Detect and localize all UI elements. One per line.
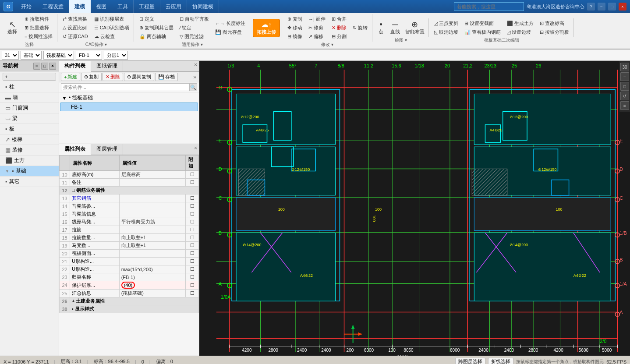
prop-value[interactable]: max(15*d,200) (119, 265, 185, 273)
extend-btn[interactable]: →|延伸 (306, 15, 328, 23)
addon-checkbox[interactable]: ☐ (186, 250, 199, 258)
upload-btn[interactable]: ☁↑ 拓接上传 (253, 19, 280, 37)
point-btn[interactable]: • 点 (375, 19, 387, 36)
category-select[interactable]: 基础 (21, 51, 42, 60)
props-row-23[interactable]: 23 归类名称 (FB-1) ☐ (60, 273, 199, 281)
delete-comp-btn[interactable]: ✕ 删除 (103, 73, 123, 81)
tab-view[interactable]: 视图 (91, 0, 112, 13)
element-select[interactable]: FB-1 (76, 51, 102, 60)
props-row-24[interactable]: 24 保护层厚... (40) ☐ (60, 281, 199, 290)
save-elements-btn[interactable]: 💾图元存盘 (212, 28, 248, 36)
addon-checkbox[interactable]: ☐ (186, 242, 199, 250)
three-point-slope-btn[interactable]: ◿三点变斜 (432, 19, 461, 28)
new-comp-btn[interactable]: + 新建 (61, 73, 80, 81)
copy-to-floor-btn[interactable]: ⊕复制到其它层 (137, 24, 176, 32)
prop-value[interactable]: (40) (119, 281, 185, 290)
copy-between-floor-btn[interactable]: ⊕ 层间复制 (124, 73, 154, 81)
props-row-22[interactable]: 22 U形构造... max(15*d,200) ☐ (60, 265, 199, 273)
zoom-out-btn[interactable]: − (620, 72, 629, 81)
addon-checkbox[interactable]: ☐ (186, 273, 199, 281)
props-row-15[interactable]: 15 马凳筋信息 ☐ (60, 210, 199, 218)
props-row-12[interactable]: 12 □ 钢筋业务属性 (60, 187, 199, 194)
layer-btn[interactable]: ≡ (620, 101, 629, 110)
define-btn[interactable]: ⊡定义 (137, 15, 176, 23)
props-row-13[interactable]: 13 其它钢筋 ☐ (60, 194, 199, 202)
comp-group-raft[interactable]: ▼ • 筏板基础 (60, 93, 198, 102)
length-label-btn[interactable]: ←→长度标注 (212, 19, 248, 28)
addon-checkbox[interactable]: ☐ (186, 179, 199, 187)
set-slope-btn[interactable]: ◿设置边坡 (504, 28, 536, 36)
nav-item-slab[interactable]: ▪板 (0, 124, 59, 134)
prop-value[interactable]: (筏板基础) (119, 290, 185, 297)
tab-drawing-mgmt[interactable]: 图纸管理 (91, 61, 123, 71)
trim-btn[interactable]: ✂修剪 (306, 24, 328, 32)
delete-btn[interactable]: ✕删除 (329, 24, 349, 32)
auto-align-btn[interactable]: ⊟自动平齐板 (177, 15, 212, 23)
prop-value[interactable]: 平行横向受力筋 (119, 218, 185, 226)
pick-component-btn[interactable]: ⊕拾取构件 (22, 15, 55, 23)
offset-btn[interactable]: ↗偏移 (306, 32, 328, 41)
nav-item-opening[interactable]: ▭门窗洞 (0, 103, 59, 113)
archive-btn[interactable]: 💾 存档 (155, 73, 178, 81)
prop-value[interactable] (119, 194, 185, 202)
split-btn[interactable]: ⊟分割 (329, 32, 349, 41)
set-section-btn[interactable]: ⊟设置变截面 (462, 19, 503, 28)
zoom-fit-btn[interactable]: □ (620, 82, 629, 91)
floor-select[interactable]: 分层1 (104, 51, 128, 60)
mirror-btn[interactable]: ⊟镜像 (285, 32, 305, 41)
prop-value[interactable]: (FB-1) (119, 273, 185, 281)
addon-checkbox[interactable]: ☐ (186, 210, 199, 218)
props-row-21[interactable]: 21 U形构造... ☐ (60, 258, 199, 265)
props-row-18[interactable]: 18 拉筋数量... 向上取整+1 ☐ (60, 234, 199, 242)
cancel-slope-btn[interactable]: ◺取消边坡 (432, 28, 461, 36)
lock-btn[interactable]: 🔒两点辅轴 (137, 32, 176, 41)
line-btn[interactable]: ─ 直线 (388, 19, 402, 36)
expand-btn[interactable]: » (192, 74, 197, 80)
addon-checkbox[interactable]: ☐ (186, 290, 199, 297)
query-elevation-btn[interactable]: ⊡查改标高 (537, 19, 572, 28)
addon-checkbox[interactable]: ☐ (186, 202, 199, 210)
prop-select-btn[interactable]: ≡按属性选择 (22, 32, 55, 41)
prop-value[interactable] (119, 250, 185, 258)
nav-item-stairs[interactable]: ↗楼梯 (0, 134, 59, 145)
tab-settings[interactable]: 工程设置 (37, 0, 69, 13)
move-btn[interactable]: ✥移动 (285, 24, 305, 32)
tab-cloud[interactable]: 云应用 (160, 0, 187, 13)
tab-layer-mgmt[interactable]: 图层管理 (91, 144, 123, 155)
prop-value[interactable]: 向上取整+1 (119, 242, 185, 250)
select-btn[interactable]: ↖ 选择 (4, 19, 21, 36)
tree-icon-1[interactable]: ≡ (33, 63, 40, 70)
panel-close-btn[interactable]: × (192, 61, 199, 71)
subcategory-select[interactable]: 筏板基础 (43, 51, 74, 60)
addon-checkbox[interactable]: ☐ (186, 194, 199, 202)
minimize-btn[interactable]: − (598, 3, 605, 11)
view-rebar-btn[interactable]: 📊查看板内钢筋 (462, 28, 503, 36)
find-replace-btn[interactable]: ⇄查找替换 (60, 15, 90, 23)
props-row-16[interactable]: 16 线形马凳... 平行横向受力筋 ☐ (60, 218, 199, 226)
props-row-30[interactable]: 30 ▪ 显示样式 (60, 305, 199, 313)
tab-tools[interactable]: 工具 (112, 0, 134, 13)
polyline-select-btn[interactable]: 折线选择 (488, 358, 513, 364)
copy-btn[interactable]: ⊕复制 (285, 15, 305, 23)
gen-earthwork-btn[interactable]: ⬛生成土方 (504, 19, 536, 28)
props-row-10[interactable]: 10 底标高(m) 层底标高 ☐ (60, 171, 199, 179)
props-row-25[interactable]: 25 汇总信息 (筏板基础) ☐ (60, 290, 199, 297)
tree-icon-2[interactable]: □ (41, 63, 48, 70)
addon-checkbox[interactable]: ☐ (186, 226, 199, 234)
batch-select-btn[interactable]: ⊞批量选择 (22, 24, 55, 32)
merge-btn[interactable]: ⊞合并 (329, 15, 349, 23)
nav-item-beam[interactable]: ▭梁 (0, 113, 59, 124)
tab-collab[interactable]: 协同建模 (187, 0, 219, 13)
restore-cad-btn[interactable]: ↺还原CAD (60, 32, 90, 41)
nav-item-other[interactable]: ▪其它 (0, 177, 59, 187)
tab-props-list[interactable]: 属性列表 (59, 144, 91, 155)
close-btn[interactable]: × (619, 3, 626, 11)
nav-item-decor[interactable]: ▦装修 (0, 145, 59, 155)
prop-value[interactable] (119, 179, 185, 187)
search-comp-btn[interactable]: 🔍 (189, 83, 197, 91)
layer-num-select[interactable]: 31 (2, 51, 19, 60)
props-row-20[interactable]: 20 筏板侧面... ☐ (60, 250, 199, 258)
tab-model[interactable]: 建模 (69, 0, 91, 13)
search-input[interactable] (454, 2, 524, 11)
props-row-19[interactable]: 19 马凳数... 向上取整+1 ☐ (60, 242, 199, 250)
